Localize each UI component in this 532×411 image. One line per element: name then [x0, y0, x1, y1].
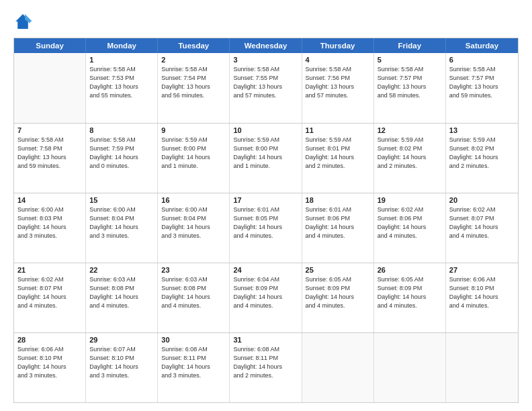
day-number: 27 [449, 266, 515, 274]
day-info: Sunrise: 5:59 AM Sunset: 8:01 PM Dayligh… [306, 136, 370, 171]
calendar-week-5: 28Sunrise: 6:06 AM Sunset: 8:10 PM Dayli… [14, 332, 518, 402]
day-info: Sunrise: 6:02 AM Sunset: 8:07 PM Dayligh… [17, 275, 82, 310]
calendar-cell [14, 53, 86, 123]
day-info: Sunrise: 6:06 AM Sunset: 8:10 PM Dayligh… [17, 345, 82, 380]
day-number: 18 [306, 196, 370, 204]
day-info: Sunrise: 6:08 AM Sunset: 8:11 PM Dayligh… [161, 345, 226, 380]
calendar-cell: 17Sunrise: 6:01 AM Sunset: 8:05 PM Dayli… [230, 193, 302, 263]
day-info: Sunrise: 6:05 AM Sunset: 8:09 PM Dayligh… [378, 275, 442, 310]
day-info: Sunrise: 6:05 AM Sunset: 8:09 PM Dayligh… [306, 275, 370, 310]
day-number: 22 [89, 266, 154, 274]
day-number: 29 [89, 336, 154, 344]
calendar-cell: 25Sunrise: 6:05 AM Sunset: 8:09 PM Dayli… [302, 263, 374, 332]
day-number: 24 [233, 266, 298, 274]
day-number: 6 [449, 56, 515, 64]
day-number: 31 [233, 336, 298, 344]
calendar-cell: 24Sunrise: 6:04 AM Sunset: 8:09 PM Dayli… [230, 263, 302, 332]
calendar: SundayMondayTuesdayWednesdayThursdayFrid… [13, 38, 519, 403]
header-day-saturday: Saturday [446, 38, 518, 53]
calendar-cell [374, 333, 446, 402]
day-info: Sunrise: 6:04 AM Sunset: 8:09 PM Dayligh… [233, 275, 298, 310]
day-info: Sunrise: 6:01 AM Sunset: 8:05 PM Dayligh… [233, 205, 298, 240]
day-info: Sunrise: 5:58 AM Sunset: 7:56 PM Dayligh… [306, 65, 370, 100]
header-day-friday: Friday [374, 38, 446, 53]
calendar-cell: 20Sunrise: 6:02 AM Sunset: 8:07 PM Dayli… [446, 193, 518, 263]
calendar-cell: 3Sunrise: 5:58 AM Sunset: 7:55 PM Daylig… [230, 53, 302, 123]
calendar-cell [302, 333, 374, 402]
day-number: 13 [449, 126, 515, 134]
day-info: Sunrise: 6:00 AM Sunset: 8:03 PM Dayligh… [17, 205, 82, 240]
day-number: 14 [17, 196, 82, 204]
day-number: 28 [17, 336, 82, 344]
day-number: 20 [449, 196, 515, 204]
day-info: Sunrise: 5:58 AM Sunset: 7:57 PM Dayligh… [378, 65, 442, 100]
day-number: 12 [378, 126, 442, 134]
calendar-cell: 15Sunrise: 6:00 AM Sunset: 8:04 PM Dayli… [86, 193, 158, 263]
day-number: 16 [161, 196, 226, 204]
calendar-cell: 11Sunrise: 5:59 AM Sunset: 8:01 PM Dayli… [302, 124, 374, 193]
day-info: Sunrise: 6:06 AM Sunset: 8:10 PM Dayligh… [449, 275, 515, 310]
calendar-cell: 13Sunrise: 5:59 AM Sunset: 8:02 PM Dayli… [446, 124, 518, 193]
calendar-cell: 31Sunrise: 6:08 AM Sunset: 8:11 PM Dayli… [230, 333, 302, 402]
calendar-cell: 18Sunrise: 6:01 AM Sunset: 8:06 PM Dayli… [302, 193, 374, 263]
logo [13, 12, 35, 31]
day-info: Sunrise: 6:00 AM Sunset: 8:04 PM Dayligh… [161, 205, 226, 240]
calendar-cell: 30Sunrise: 6:08 AM Sunset: 8:11 PM Dayli… [158, 333, 230, 402]
day-number: 9 [161, 126, 226, 134]
day-info: Sunrise: 6:03 AM Sunset: 8:08 PM Dayligh… [161, 275, 226, 310]
day-info: Sunrise: 5:58 AM Sunset: 7:58 PM Dayligh… [17, 136, 82, 171]
day-info: Sunrise: 5:59 AM Sunset: 8:02 PM Dayligh… [378, 136, 442, 171]
day-info: Sunrise: 5:58 AM Sunset: 7:53 PM Dayligh… [89, 65, 154, 100]
header-day-wednesday: Wednesday [230, 38, 302, 53]
header-day-thursday: Thursday [302, 38, 374, 53]
day-info: Sunrise: 6:01 AM Sunset: 8:06 PM Dayligh… [306, 205, 370, 240]
day-info: Sunrise: 6:00 AM Sunset: 8:04 PM Dayligh… [89, 205, 154, 240]
day-number: 26 [378, 266, 442, 274]
calendar-cell: 14Sunrise: 6:00 AM Sunset: 8:03 PM Dayli… [14, 193, 86, 263]
day-number: 21 [17, 266, 82, 274]
day-number: 19 [378, 196, 442, 204]
calendar-week-3: 14Sunrise: 6:00 AM Sunset: 8:03 PM Dayli… [14, 193, 518, 263]
calendar-cell: 12Sunrise: 5:59 AM Sunset: 8:02 PM Dayli… [374, 124, 446, 193]
header [13, 12, 519, 31]
calendar-week-1: 1Sunrise: 5:58 AM Sunset: 7:53 PM Daylig… [14, 53, 518, 123]
calendar-header: SundayMondayTuesdayWednesdayThursdayFrid… [14, 38, 518, 53]
day-number: 7 [17, 126, 82, 134]
calendar-cell: 22Sunrise: 6:03 AM Sunset: 8:08 PM Dayli… [86, 263, 158, 332]
day-info: Sunrise: 5:58 AM Sunset: 7:54 PM Dayligh… [161, 65, 226, 100]
day-number: 23 [161, 266, 226, 274]
calendar-cell: 10Sunrise: 5:59 AM Sunset: 8:00 PM Dayli… [230, 124, 302, 193]
calendar-cell: 23Sunrise: 6:03 AM Sunset: 8:08 PM Dayli… [158, 263, 230, 332]
day-number: 17 [233, 196, 298, 204]
day-number: 30 [161, 336, 226, 344]
calendar-cell: 28Sunrise: 6:06 AM Sunset: 8:10 PM Dayli… [14, 333, 86, 402]
day-number: 3 [233, 56, 298, 64]
calendar-cell: 4Sunrise: 5:58 AM Sunset: 7:56 PM Daylig… [302, 53, 374, 123]
calendar-cell: 29Sunrise: 6:07 AM Sunset: 8:10 PM Dayli… [86, 333, 158, 402]
day-number: 1 [89, 56, 154, 64]
calendar-cell: 21Sunrise: 6:02 AM Sunset: 8:07 PM Dayli… [14, 263, 86, 332]
calendar-cell [446, 333, 518, 402]
calendar-cell: 7Sunrise: 5:58 AM Sunset: 7:58 PM Daylig… [14, 124, 86, 193]
day-info: Sunrise: 5:58 AM Sunset: 7:57 PM Dayligh… [449, 65, 515, 100]
day-info: Sunrise: 6:02 AM Sunset: 8:06 PM Dayligh… [378, 205, 442, 240]
day-number: 15 [89, 196, 154, 204]
header-day-tuesday: Tuesday [158, 38, 230, 53]
calendar-cell: 8Sunrise: 5:58 AM Sunset: 7:59 PM Daylig… [86, 124, 158, 193]
day-info: Sunrise: 6:07 AM Sunset: 8:10 PM Dayligh… [89, 345, 154, 380]
day-number: 4 [306, 56, 370, 64]
day-number: 10 [233, 126, 298, 134]
calendar-cell: 1Sunrise: 5:58 AM Sunset: 7:53 PM Daylig… [86, 53, 158, 123]
calendar-week-2: 7Sunrise: 5:58 AM Sunset: 7:58 PM Daylig… [14, 123, 518, 193]
day-info: Sunrise: 5:59 AM Sunset: 8:02 PM Dayligh… [449, 136, 515, 171]
calendar-body: 1Sunrise: 5:58 AM Sunset: 7:53 PM Daylig… [14, 53, 518, 402]
calendar-cell: 26Sunrise: 6:05 AM Sunset: 8:09 PM Dayli… [374, 263, 446, 332]
day-info: Sunrise: 5:58 AM Sunset: 7:55 PM Dayligh… [233, 65, 298, 100]
calendar-cell: 6Sunrise: 5:58 AM Sunset: 7:57 PM Daylig… [446, 53, 518, 123]
calendar-cell: 16Sunrise: 6:00 AM Sunset: 8:04 PM Dayli… [158, 193, 230, 263]
calendar-cell: 27Sunrise: 6:06 AM Sunset: 8:10 PM Dayli… [446, 263, 518, 332]
day-number: 8 [89, 126, 154, 134]
calendar-cell: 2Sunrise: 5:58 AM Sunset: 7:54 PM Daylig… [158, 53, 230, 123]
day-info: Sunrise: 6:03 AM Sunset: 8:08 PM Dayligh… [89, 275, 154, 310]
header-day-sunday: Sunday [14, 38, 86, 53]
